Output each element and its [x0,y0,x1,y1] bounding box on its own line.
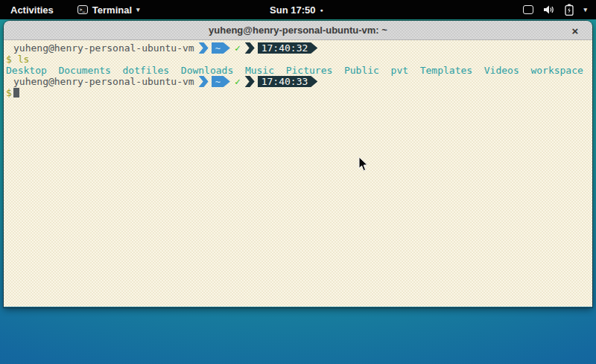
window-titlebar[interactable]: yuheng@henry-personal-ubuntu-vm: ~ × [4,21,592,40]
volume-icon [543,4,555,15]
app-menu-label: Terminal [92,4,132,16]
status-check-icon: ✓ [235,42,241,54]
system-tray[interactable]: ▾ [523,4,587,16]
prompt-time-segment: 17:40:32 [258,42,318,54]
chevron-down-icon: ▾ [136,7,140,13]
prompt-user-host: yuheng@henry-personal-ubuntu-vm [13,76,194,87]
prompt-time-segment: 17:40:33 [258,76,318,87]
status-check-icon: ✓ [235,76,241,87]
prompt-symbol: $ [6,87,12,98]
clock-button[interactable]: Sun 17:50 ● [270,0,323,19]
close-icon[interactable]: × [567,21,583,40]
command-line: $ ls [6,54,592,65]
prompt-timestamp: 17:40:32 [261,42,308,54]
prompt-line: yuheng@henry-personal-ubuntu-vm ~ ✓ 17:4… [6,76,592,87]
input-line[interactable]: $ [6,87,592,98]
gnome-top-bar: Activities >_ Terminal ▾ Sun 17:50 ● ▾ [0,0,596,19]
powerline-arrow-icon [199,42,209,54]
activities-button[interactable]: Activities [7,4,57,16]
prompt-user-host: yuheng@henry-personal-ubuntu-vm [13,42,194,54]
chevron-down-icon: ▾ [583,6,587,13]
terminal-viewport[interactable]: yuheng@henry-personal-ubuntu-vm ~ ✓ 17:4… [4,40,592,307]
ls-output-line: Desktop Documents dotfiles Downloads Mus… [6,65,592,76]
prompt-cwd: ~ [215,43,221,54]
typed-command: ls [18,54,30,65]
terminal-icon: >_ [77,5,88,14]
prompt-timestamp: 17:40:33 [261,76,308,87]
text-cursor [13,88,19,98]
terminal-window: yuheng@henry-personal-ubuntu-vm: ~ × yuh… [4,21,592,307]
powerline-arrow-icon [245,42,255,54]
powerline-arrow-icon [245,76,255,87]
directory-list: Desktop Documents dotfiles Downloads Mus… [6,65,583,76]
screen-icon [523,5,533,14]
notification-dot-icon: ● [320,7,323,13]
prompt-cwd: ~ [215,77,221,87]
clock-text: Sun 17:50 [270,4,315,16]
window-title: yuheng@henry-personal-ubuntu-vm: ~ [209,25,387,36]
prompt-cwd-segment: ~ [212,42,230,54]
app-menu-terminal[interactable]: >_ Terminal ▾ [77,4,140,16]
desktop-background: Activities >_ Terminal ▾ Sun 17:50 ● ▾ [0,0,596,364]
prompt-cwd-segment: ~ [212,76,230,87]
prompt-symbol: $ [6,54,12,65]
battery-charging-icon [565,4,574,16]
mouse-cursor-icon [358,156,369,172]
prompt-line: yuheng@henry-personal-ubuntu-vm ~ ✓ 17:4… [6,42,592,54]
powerline-arrow-icon [199,76,209,87]
